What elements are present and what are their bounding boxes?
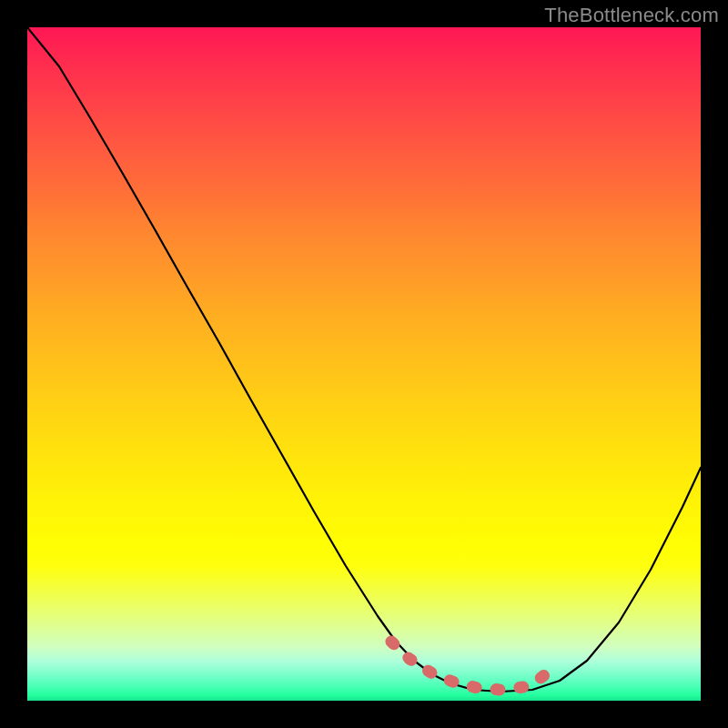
bottleneck-curve [27,27,701,692]
chart-svg [27,27,701,701]
ideal-match-segment [391,642,551,690]
chart-frame: TheBottleneck.com [0,0,728,728]
watermark-text: TheBottleneck.com [544,4,719,27]
chart-plot-area [27,27,701,701]
